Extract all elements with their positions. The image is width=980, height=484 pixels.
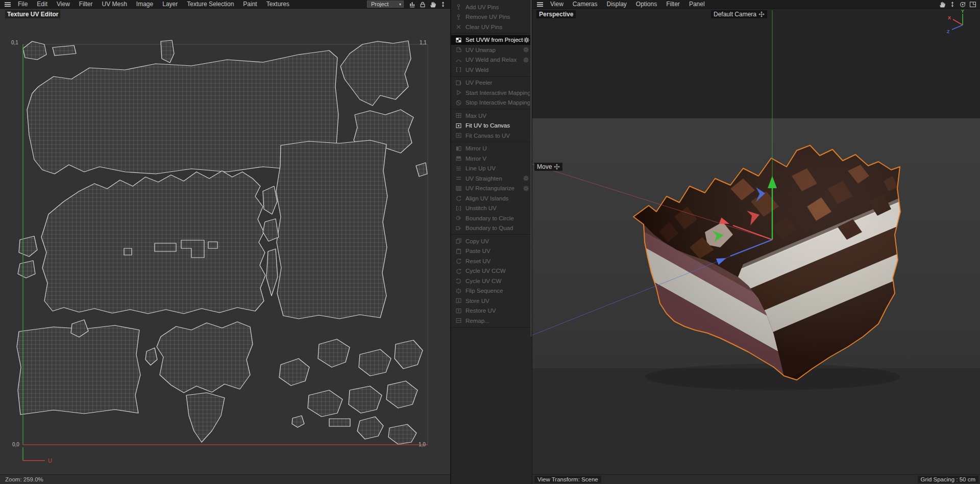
reset-icon	[454, 258, 462, 265]
uv-command-uv-weld-and-relax: UV Weld and Relax	[451, 55, 532, 65]
line-up-icon	[454, 165, 462, 172]
pin-add-icon	[454, 4, 462, 11]
command-options-gear-icon[interactable]	[522, 185, 530, 192]
viewport-panel: ViewCamerasDisplayOptionsFilterPanel	[532, 0, 980, 484]
uv-command-fit-uv-to-canvas[interactable]: Fit UV to Canvas	[451, 121, 532, 131]
flip-seq-icon	[454, 287, 462, 294]
viewport-nav-toolbar	[938, 1, 977, 8]
svg-text:Y: Y	[961, 9, 964, 14]
command-options-gear-icon[interactable]	[522, 46, 530, 53]
fit-uv-icon	[454, 132, 462, 139]
zoom-level: Zoom: 259.0%	[5, 476, 43, 482]
toggle-view-layout-icon[interactable]	[969, 1, 977, 8]
menu-file[interactable]: File	[13, 0, 32, 9]
uv-command-clear-uv-pins: Clear UV Pins	[451, 22, 532, 32]
viewport-menu-panel[interactable]: Panel	[684, 0, 709, 9]
unwrap-icon	[454, 46, 462, 54]
menu-texture-selection[interactable]: Texture Selection	[182, 0, 238, 9]
viewport-menu-view[interactable]: View	[546, 0, 568, 9]
bodypaint-uv-window: FileEditViewFilterUV MeshImageLayerTextu…	[0, 0, 980, 484]
boundary-quad-icon	[454, 224, 462, 232]
uv-command-store-uv: Store UV	[451, 296, 532, 306]
fit-canvas-icon	[454, 122, 462, 129]
chevron-down-icon: ▾	[394, 2, 401, 7]
play-icon	[454, 89, 462, 96]
ban-icon	[454, 99, 462, 106]
uv-commands-list: Add UV PinsRemove UV PinsClear UV PinsSe…	[451, 0, 532, 328]
menu-view[interactable]: View	[52, 0, 75, 9]
separator	[451, 108, 532, 111]
viewport-menu-filter[interactable]: Filter	[662, 0, 684, 9]
project-dropdown[interactable]: Project ▾	[367, 1, 404, 8]
uv-command-start-interactive-mapping: Start Interactive Mapping	[451, 88, 532, 98]
menu-uv-mesh[interactable]: UV Mesh	[97, 0, 132, 9]
view-transform-label: View Transform: Scene	[534, 476, 601, 483]
hamburger-menu-icon[interactable]	[4, 1, 11, 8]
menu-layer[interactable]: Layer	[158, 0, 182, 9]
uv-command-max-uv: Max UV	[451, 111, 532, 121]
orbit-rotate-icon[interactable]	[959, 1, 967, 8]
histogram-icon[interactable]	[408, 1, 416, 8]
3d-viewport[interactable]: Y X Z Perspective Default Camera Move	[532, 9, 980, 474]
viewport-menu: ViewCamerasDisplayOptionsFilterPanel	[546, 0, 709, 9]
uv-command-set-uvw-from-projection[interactable]: Set UVW from Projection	[451, 35, 532, 45]
mirror-u-icon	[454, 145, 462, 152]
remap-icon	[454, 317, 462, 324]
hamburger-menu-icon[interactable]	[536, 1, 544, 8]
peeler-icon	[454, 79, 462, 86]
move-camera-icon	[758, 11, 765, 17]
viewport-menubar: ViewCamerasDisplayOptionsFilterPanel	[532, 0, 980, 9]
pan-hand-icon[interactable]	[938, 1, 946, 8]
pin-remove-icon	[454, 13, 462, 20]
align-islands-icon	[454, 195, 462, 202]
uv-command-cycle-uv-ccw: Cycle UV CCW	[451, 266, 532, 276]
command-options-gear-icon[interactable]	[523, 37, 530, 43]
uv-command-mirror-u: Mirror U	[451, 144, 532, 154]
menu-textures[interactable]: Textures	[262, 0, 294, 9]
menu-edit[interactable]: Edit	[32, 0, 52, 9]
menu-image[interactable]: Image	[132, 0, 158, 9]
store-icon	[454, 297, 462, 304]
zoom-dolly-icon[interactable]	[439, 1, 447, 8]
uv-command-flip-sequence: Flip Sequence	[451, 286, 532, 296]
lock-icon[interactable]	[419, 1, 427, 8]
viewport-menu-cameras[interactable]: Cameras	[568, 0, 602, 9]
uv-editor-menubar: FileEditViewFilterUV MeshImageLayerTextu…	[0, 0, 450, 9]
menu-paint[interactable]: Paint	[238, 0, 261, 9]
menu-filter[interactable]: Filter	[75, 0, 97, 9]
uv-command-reset-uv: Reset UV	[451, 256, 532, 266]
separator	[451, 75, 532, 78]
separator	[451, 141, 532, 144]
uv-canvas[interactable]: 0,1 1,1 0,0 1,0 U	[0, 9, 450, 474]
separator	[451, 233, 532, 236]
clear-x-icon	[454, 23, 462, 31]
command-options-gear-icon[interactable]	[522, 175, 530, 182]
camera-label[interactable]: Default Camera	[711, 10, 767, 18]
view-mode-label[interactable]: Perspective	[536, 10, 576, 18]
uv-corner-bottom-left: 0,0	[12, 442, 19, 447]
uv-commands-panel: Add UV PinsRemove UV PinsClear UV PinsSe…	[450, 0, 532, 484]
command-options-gear-icon[interactable]	[522, 57, 530, 63]
weld-icon	[454, 66, 462, 73]
uv-command-stop-interactive-mapping: Stop Interactive Mapping	[451, 98, 532, 108]
viewport-menu-display[interactable]: Display	[602, 0, 631, 9]
grid-spacing-label: Grid Spacing : 50 cm	[918, 476, 978, 483]
weld-relax-icon	[454, 56, 462, 63]
uv-islands-map[interactable]	[23, 38, 428, 445]
uv-command-line-up-uv: Line Up UV	[451, 164, 532, 174]
uv-editor-toolbar: Project ▾	[367, 1, 447, 8]
zoom-dolly-icon[interactable]	[948, 1, 957, 8]
uv-statusbar: Zoom: 259.0%	[0, 474, 450, 484]
viewport-menu-options[interactable]: Options	[631, 0, 662, 9]
uv-command-uv-straighten: UV Straighten	[451, 173, 532, 184]
project-dropdown-value: Project	[371, 1, 388, 7]
viewport-statusbar: View Transform: Scene Grid Spacing : 50 …	[532, 474, 980, 484]
svg-text:X: X	[948, 15, 951, 20]
uv-command-boundary-to-circle: Boundary to Circle	[451, 213, 532, 223]
uv-command-unstitch-uv: Unstitch UV	[451, 203, 532, 214]
max-uv-icon	[454, 112, 462, 119]
boundary-circle-icon	[454, 215, 462, 222]
uv-command-uv-rectangularize: UV Rectangularize	[451, 184, 532, 194]
pan-hand-icon[interactable]	[429, 1, 437, 8]
texture-uv-editor-panel: FileEditViewFilterUV MeshImageLayerTextu…	[0, 0, 450, 484]
